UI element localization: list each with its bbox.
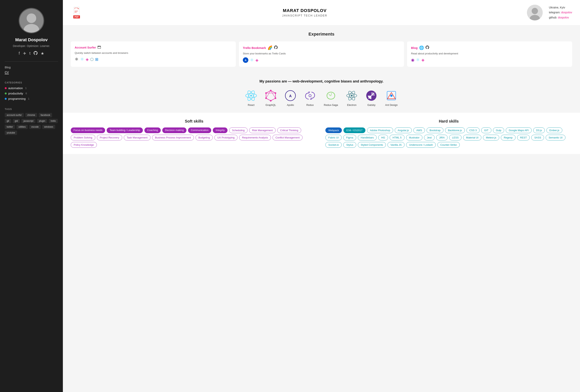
nav-blog[interactable]: Blog [5,66,58,69]
nav-cv[interactable]: CV [5,71,9,74]
exp-desc-trello-bookmark: Store your bookmarks as Trello Cards [243,52,400,55]
tag-vscode[interactable]: vscode [29,125,41,129]
tag-gtd[interactable]: gtd [13,119,20,123]
tags-title: TAGS [5,108,58,111]
hard-skill-outline: Adobe Photoshop [367,128,393,133]
experiments-heading: Experiments [71,32,572,37]
sidebar-name: Marat Dospolov [15,37,48,42]
svg-text:PDF: PDF [75,11,77,13]
tag-git[interactable]: git [5,119,11,123]
hard-skill-outline: Styled Components [358,142,386,148]
experiment-account-surfer: Account Surfer 🗔 Quickly switch between … [71,41,236,67]
react4-icon: ⚛ [416,57,420,62]
hard-skill-outline: Google Maps API [506,128,532,133]
categories-title: CATEGORIES [5,81,58,84]
facebook-icon[interactable]: f [19,51,20,56]
tag-youtube[interactable]: youtube [5,131,17,135]
category-automation-count: 1 [25,87,26,90]
svg-point-25 [309,95,311,97]
category-programming-label: programming [8,97,25,100]
tech-electron: Electron [346,90,358,107]
tag-utilities[interactable]: utilities [16,125,28,129]
github-link[interactable]: dospolov [558,16,569,19]
soft-skill-outline: Project Recovery [97,135,122,140]
svg-point-26 [351,95,353,97]
pdf-icon[interactable]: Adobe PDF PDF [71,7,83,18]
hard-skill-outline: Gulp [493,128,504,133]
exp-icons-account-surfer: ⚛ ⚛ ◈ ⬡ ⊞ [75,57,232,62]
tag-facebook[interactable]: facebook [39,113,52,117]
tag-plugin[interactable]: plugin [37,119,47,123]
tag-windows[interactable]: windows [42,125,55,129]
hard-skill-outline: Figma [343,135,356,140]
react-label: React [248,104,255,107]
svg-point-7 [532,8,538,14]
chrome-icon: 🌐 [419,45,424,50]
cv-location: Ukraine, Kyiv [549,5,572,10]
pdf-svg: Adobe PDF [73,7,81,14]
category-productivity[interactable]: productivity 6 [5,92,58,95]
pdf-label: PDF [73,15,80,18]
hard-skill-outline: Counter-Strike [437,142,460,148]
soft-skills-col: Soft skills Focus on business needsTeam … [71,119,317,148]
passions-section: My passions are — web-development, cogni… [63,73,580,113]
hard-skill-outline: Fabric UI [325,135,342,140]
tech-redux: Redux [304,90,316,107]
tag-twitter[interactable]: twitter [5,125,15,129]
nav-links: Blog CV [5,66,58,76]
soft-skill-filled: Decision making [162,128,186,133]
tag-account-surfer[interactable]: account-surfer [5,113,24,117]
account-surfer-icon1: 🗔 [97,45,101,49]
telegram-icon[interactable]: ✈ [23,51,26,56]
social-icons: f ✈ t ★ [19,51,44,56]
cv-full-name: MARAT DOSPOLOV [89,8,521,13]
react3-icon: ⚛ [250,58,254,63]
exp-title-trello-bookmark: Trello Bookmark 🌈 [243,45,400,50]
category-automation[interactable]: automation 1 [5,86,58,90]
exp-link-trello-bookmark[interactable]: Trello Bookmark [243,46,266,49]
hard-skill-outline: SASS [531,135,544,140]
hard-skill-outline: Material UI [463,135,481,140]
soft-skills-title: Soft skills [71,119,317,124]
electron-logo [346,90,358,102]
soft-skill-filled: Communication [188,128,211,133]
react-icon: ⚛ [75,57,79,62]
tag-chrome[interactable]: chrome [25,113,37,117]
hard-skills-tags: WebpackES6 / ES2017Adobe PhotoshopAngula… [325,128,572,148]
tag-trello[interactable]: trello [49,119,58,123]
soft-skill-filled: Team building / Leadership [107,128,143,133]
tag-javascript[interactable]: javascript [21,119,35,123]
ant-design-label: Ant Design [385,104,398,107]
dot-productivity [5,93,7,95]
graphql3-icon: ◈ [422,58,424,62]
category-programming-count: 1 [28,97,29,100]
hard-skill-outline: Ember.js [546,128,562,133]
svg-point-34 [390,95,393,97]
hard-skill-outline: LESS [449,135,461,140]
main-content: Adobe PDF PDF MARAT DOSPOLOV JAVASCRIPT … [63,0,580,392]
cv-telegram: telegram: dospolov [549,10,572,15]
skills-section: Soft skills Focus on business needsTeam … [63,113,580,154]
soft-skill-outline: Scheduling [229,128,248,133]
tech-ant-design: Ant Design [385,90,398,107]
exp-link-blog[interactable]: Blog [411,46,418,49]
rss-icon[interactable]: ★ [41,51,44,56]
redux-saga-label: Redux-Saga [324,104,338,107]
github-icon[interactable] [34,51,37,56]
react-logo [245,90,257,102]
tech-react: React [245,90,257,107]
cv-job-title: JAVASCRIPT TECH LEADER [89,14,521,17]
passions-quote: My passions are — web-development, cogni… [71,79,572,84]
soft-skills-tags: Focus on business needsTeam building / L… [71,128,317,148]
react2-icon: ⚛ [80,57,84,62]
twitter-icon[interactable]: t [29,51,31,56]
svg-point-9 [250,95,252,97]
github-icon2 [274,46,278,50]
telegram-link[interactable]: dospolov [561,11,572,14]
hard-skill-outline: Socket.io [325,142,342,148]
category-programming[interactable]: programming 1 [5,97,58,100]
soft-skill-outline: Risk Management [249,128,276,133]
category-list: automation 1 productivity 6 programming … [5,86,58,102]
skills-grid: Soft skills Focus on business needsTeam … [71,119,572,148]
exp-link-account-surfer[interactable]: Account Surfer [75,46,96,49]
